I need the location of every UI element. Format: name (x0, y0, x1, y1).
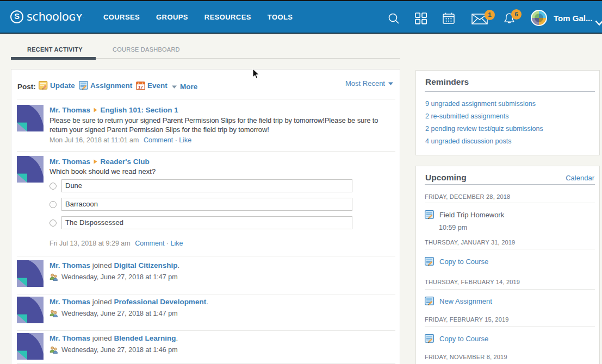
assignment-icon (425, 257, 434, 266)
poll-radio[interactable] (49, 183, 57, 190)
post-event-button[interactable]: 17 Event (136, 81, 167, 90)
author-link[interactable]: Mr. Thomas (49, 334, 90, 342)
separator (17, 99, 395, 99)
joined-footer: Wednesday, June 27, 2018 at 1:47 pm (49, 273, 178, 281)
comment-link[interactable]: Comment (135, 240, 164, 247)
separator (17, 256, 395, 256)
reminder-link-resubmitted[interactable]: 2 re-submitted assignments (425, 112, 509, 120)
upcoming-item-link[interactable]: Copy to Course (439, 258, 488, 266)
rule (425, 289, 595, 290)
default-avatar-art (17, 297, 44, 323)
post-bar: Post: Update Assignment (11, 70, 400, 99)
group-link[interactable]: Digital Citizenship (114, 261, 178, 269)
active-tab-indicator (11, 57, 96, 60)
avatar-default[interactable] (17, 297, 44, 323)
tab-recent-activity[interactable]: RECENT ACTIVITY (27, 46, 83, 53)
group-link[interactable]: Professional Development (114, 298, 207, 306)
joined-timestamp: Wednesday, June 27, 2018 at 1:46 pm (61, 346, 178, 354)
like-link[interactable]: Like (179, 136, 191, 144)
poll-option-row: Barracoon (49, 198, 352, 211)
author-link[interactable]: Mr. Thomas (49, 261, 90, 269)
svg-text:17: 17 (138, 85, 143, 90)
avatar-default[interactable] (17, 333, 44, 360)
poll-radio[interactable] (49, 201, 57, 208)
upcoming-item: Copy to Course (425, 334, 488, 343)
post-timestamp: Fri Jul 13, 2018 at 9:29 am (49, 240, 131, 247)
poll-option[interactable]: Dune (61, 179, 352, 192)
reminder-link-pending-review[interactable]: 2 pending review test/quiz submissions (425, 125, 543, 133)
default-avatar-art (17, 333, 44, 360)
schoology-logo[interactable]: S schooloɢʏ · (10, 5, 84, 29)
activity-feed-card: Post: Update Assignment (11, 69, 400, 364)
tab-course-dashboard[interactable]: COURSE DASHBOARD (113, 46, 180, 53)
avatar-default[interactable] (17, 105, 44, 131)
default-avatar-art (17, 156, 44, 183)
post-footer: Mon Jul 16, 2018 at 11:01 am Comment · L… (49, 136, 389, 144)
group-members-icon (49, 273, 58, 281)
poll-option[interactable]: The Dispossessed (61, 216, 352, 229)
chevron-down-icon[interactable] (595, 18, 602, 28)
nav-item-resources[interactable]: RESOURCES (204, 13, 251, 21)
poll-option-row: Dune (49, 179, 352, 192)
assignment-icon (425, 297, 434, 305)
avatar-default[interactable] (17, 260, 44, 287)
nav-item-courses[interactable]: COURSES (103, 13, 140, 21)
group-link[interactable]: Blended Learning (114, 334, 176, 342)
reminder-link-ungraded-discussions[interactable]: 4 ungraded discussion posts (425, 137, 511, 145)
nav-menu: COURSES GROUPS RESOURCES TOOLS (103, 1, 293, 33)
upcoming-title: Upcoming (425, 173, 467, 183)
author-link[interactable]: Mr. Thomas (49, 106, 90, 114)
poll-radio[interactable] (49, 219, 57, 227)
apps-grid-icon[interactable] (415, 12, 427, 27)
reminders-title: Reminders (425, 77, 469, 87)
group-link[interactable]: Reader's Club (101, 158, 150, 166)
poll-option[interactable]: Barracoon (61, 198, 352, 211)
poll-option-row: The Dispossessed (49, 216, 352, 229)
user-avatar[interactable] (531, 10, 547, 28)
sort-dropdown[interactable]: Most Recent (345, 79, 393, 87)
post-update-button[interactable]: Update (39, 81, 75, 90)
nav-item-tools[interactable]: TOOLS (268, 13, 293, 21)
author-link[interactable]: Mr. Thomas (49, 298, 90, 306)
upcoming-item-link[interactable]: New Assignment (439, 297, 492, 305)
like-link[interactable]: Like (171, 240, 183, 247)
messages-badge[interactable]: 1 (485, 10, 495, 20)
caret-down-icon (388, 82, 393, 85)
post-title: Mr. Thomas English 101: Section 1 (49, 106, 389, 114)
comment-link[interactable]: Comment (144, 136, 173, 144)
joined-timestamp: Wednesday, June 27, 2018 at 1:47 pm (61, 310, 178, 317)
notifications-badge[interactable]: 6 (511, 9, 522, 20)
user-name[interactable]: Tom Gal... (554, 14, 592, 23)
nav-item-groups[interactable]: GROUPS (156, 13, 188, 21)
upcoming-date: FRIDAY, DECEMBER 28, 2018 (425, 193, 510, 200)
poll-question: Which book should we read next? (49, 167, 389, 175)
author-link[interactable]: Mr. Thomas (49, 158, 90, 166)
post-more-dropdown[interactable]: More (172, 83, 197, 91)
calendar-nav-icon[interactable] (442, 12, 455, 27)
search-icon[interactable] (388, 12, 400, 27)
rule (425, 327, 595, 327)
post-assignment-button[interactable]: Assignment (79, 81, 132, 90)
reminder-link-ungraded-assignments[interactable]: 9 ungraded assignment submissions (425, 100, 536, 108)
calendar-glyph (442, 12, 455, 25)
avatar-globe-glyph (531, 10, 547, 26)
upcoming-date: FRIDAY, FEBRUARY 15, 2019 (425, 316, 509, 323)
upcoming-item-link[interactable]: Copy to Course (439, 335, 488, 343)
cursor-arrow-glyph (252, 68, 260, 79)
mouse-cursor (252, 68, 260, 81)
upcoming-date: THURSDAY, JANUARY 31, 2019 (425, 239, 515, 246)
calendar-link[interactable]: Calendar (566, 174, 594, 182)
post-title: Mr. Thomas Reader's Club (49, 158, 389, 166)
joined-footer: Wednesday, June 27, 2018 at 1:46 pm (49, 346, 178, 354)
rule (425, 91, 595, 92)
avatar-default[interactable] (17, 156, 44, 183)
separator (17, 330, 395, 331)
course-link[interactable]: English 101: Section 1 (101, 106, 178, 114)
default-avatar-art (17, 105, 44, 131)
upcoming-item-label[interactable]: Field Trip Homework (439, 211, 504, 219)
post-body: Please be sure to return your signed Par… (49, 116, 381, 134)
upcoming-date: FRIDAY, NOVEMBER 8, 2019 (425, 354, 507, 360)
assignment-icon (425, 334, 434, 343)
apps-grid-glyph (415, 12, 427, 24)
update-icon (39, 81, 48, 90)
